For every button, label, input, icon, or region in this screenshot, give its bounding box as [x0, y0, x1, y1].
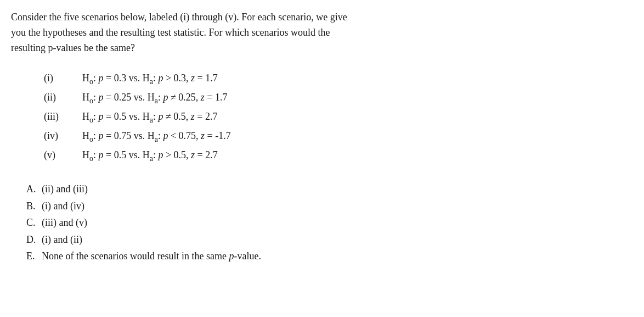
answer-d: D. (i) and (ii) [26, 231, 631, 248]
scenario-row-ii: (ii) Ho: p = 0.25 vs. Ha: p ≠ 0.25, z = … [44, 88, 231, 108]
answer-letter-b: B. [26, 198, 38, 215]
scenario-content-iv: Ho: p = 0.75 vs. Ha: p < 0.75, z = -1.7 [82, 127, 231, 146]
answer-b: B. (i) and (iv) [26, 198, 631, 215]
answer-text-b: (i) and (iv) [42, 198, 84, 215]
question-container: Consider the five scenarios below, label… [11, 10, 631, 265]
scenario-row-iii: (iii) Ho: p = 0.5 vs. Ha: p ≠ 0.5, z = 2… [44, 108, 231, 127]
answer-c: C. (iii) and (v) [26, 214, 631, 231]
answer-e: E. None of the scenarios would result in… [26, 248, 631, 265]
scenario-label-iii: (iii) [44, 108, 82, 127]
scenario-label-i: (i) [44, 69, 82, 88]
answer-text-c: (iii) and (v) [42, 214, 87, 231]
answer-text-e: None of the scenarios would result in th… [42, 248, 261, 265]
question-line-2: you the hypotheses and the resulting tes… [11, 25, 631, 41]
answer-letter-c: C. [26, 214, 38, 231]
answer-text-a: (ii) and (iii) [42, 181, 88, 198]
answer-letter-d: D. [26, 231, 38, 248]
answer-text-d: (i) and (ii) [42, 231, 82, 248]
scenario-row-iv: (iv) Ho: p = 0.75 vs. Ha: p < 0.75, z = … [44, 127, 231, 146]
scenario-label-ii: (ii) [44, 88, 82, 108]
answers-list: A. (ii) and (iii) B. (i) and (iv) C. (ii… [26, 181, 631, 265]
question-line-1: Consider the five scenarios below, label… [11, 10, 631, 25]
scenario-label-v: (v) [44, 146, 82, 165]
scenario-content-iii: Ho: p = 0.5 vs. Ha: p ≠ 0.5, z = 2.7 [82, 108, 231, 127]
scenario-row-v: (v) Ho: p = 0.5 vs. Ha: p > 0.5, z = 2.7 [44, 146, 231, 165]
question-line-3: resulting p-values be the same? [11, 41, 631, 56]
answer-letter-a: A. [26, 181, 38, 198]
question-text: Consider the five scenarios below, label… [11, 10, 631, 56]
scenario-content-v: Ho: p = 0.5 vs. Ha: p > 0.5, z = 2.7 [82, 146, 231, 165]
answer-a: A. (ii) and (iii) [26, 181, 631, 198]
answer-letter-e: E. [26, 248, 38, 265]
scenario-label-iv: (iv) [44, 127, 82, 146]
scenario-content-i: Ho: p = 0.3 vs. Ha: p > 0.3, z = 1.7 [82, 69, 231, 88]
scenario-content-ii: Ho: p = 0.25 vs. Ha: p ≠ 0.25, z = 1.7 [82, 88, 231, 108]
scenario-row-i: (i) Ho: p = 0.3 vs. Ha: p > 0.3, z = 1.7 [44, 69, 231, 88]
scenarios-table: (i) Ho: p = 0.3 vs. Ha: p > 0.3, z = 1.7… [44, 69, 231, 165]
